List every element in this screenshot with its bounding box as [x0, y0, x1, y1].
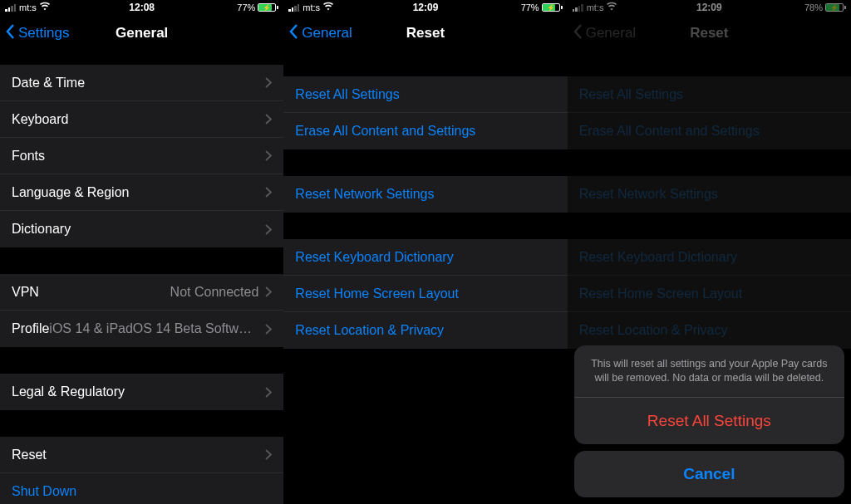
chevron-left-icon [288, 23, 300, 44]
signal-icon [5, 4, 16, 12]
row-dictionary[interactable]: Dictionary [0, 211, 283, 247]
row-keyboard[interactable]: Keyboard [0, 101, 283, 138]
row-date-time[interactable]: Date & Time [0, 65, 283, 101]
back-button[interactable]: Settings [5, 23, 69, 44]
action-sheet-message: This will reset all settings and your Ap… [574, 345, 844, 398]
screen-general: mt:s 12:08 77% ⚡ Settings General Date &… [0, 0, 283, 504]
row-reset-home-layout[interactable]: Reset Home Screen Layout [283, 276, 567, 312]
action-sheet-cancel-button[interactable]: Cancel [574, 451, 844, 497]
reset-list: Reset All Settings Erase All Content and… [283, 76, 567, 349]
battery-icon: ⚡ [258, 3, 278, 12]
chevron-right-icon [265, 150, 272, 161]
back-label: General [302, 25, 352, 42]
row-fonts[interactable]: Fonts [0, 138, 283, 174]
chevron-right-icon [265, 114, 272, 125]
carrier-label: mt:s [303, 2, 320, 12]
row-legal[interactable]: Legal & Regulatory [0, 374, 283, 410]
battery-icon: ⚡ [542, 3, 563, 12]
chevron-right-icon [265, 224, 272, 235]
wifi-icon [323, 2, 333, 13]
chevron-right-icon [265, 387, 272, 398]
row-reset-all-settings[interactable]: Reset All Settings [283, 76, 567, 113]
back-button[interactable]: General [288, 23, 352, 44]
profile-value: iOS 14 & iPadOS 14 Beta Softwar... [49, 321, 265, 336]
chevron-right-icon [265, 449, 272, 460]
battery-pct: 77% [237, 2, 255, 12]
action-sheet-group: This will reset all settings and your Ap… [574, 345, 844, 444]
row-shutdown[interactable]: Shut Down [0, 473, 283, 504]
clock: 12:08 [129, 2, 155, 13]
wifi-icon [40, 2, 50, 13]
carrier-label: mt:s [19, 2, 37, 12]
chevron-right-icon [265, 286, 272, 297]
clock: 12:09 [413, 2, 439, 13]
row-reset-location-privacy[interactable]: Reset Location & Privacy [283, 312, 567, 349]
signal-icon [288, 4, 299, 12]
row-erase-all[interactable]: Erase All Content and Settings [283, 113, 567, 149]
nav-title: Reset [406, 25, 445, 42]
vpn-status: Not Connected [39, 285, 265, 300]
row-vpn[interactable]: VPNNot Connected [0, 274, 283, 311]
back-label: Settings [18, 25, 69, 42]
row-language-region[interactable]: Language & Region [0, 174, 283, 211]
status-bar: mt:s 12:09 77% ⚡ [283, 0, 567, 15]
chevron-right-icon [265, 187, 272, 198]
row-profile[interactable]: ProfileiOS 14 & iPadOS 14 Beta Softwar..… [0, 311, 283, 347]
action-sheet: This will reset all settings and your Ap… [568, 0, 851, 504]
chevron-right-icon [265, 324, 272, 335]
chevron-left-icon [5, 23, 17, 44]
row-reset[interactable]: Reset [0, 437, 283, 473]
nav-bar: Settings General [0, 15, 283, 51]
screen-reset: mt:s 12:09 77% ⚡ General Reset Reset All… [283, 0, 567, 504]
row-reset-keyboard-dict[interactable]: Reset Keyboard Dictionary [283, 239, 567, 276]
row-reset-network[interactable]: Reset Network Settings [283, 176, 567, 213]
nav-bar: General Reset [283, 15, 567, 51]
screen-reset-confirm: mt:s 12:09 78% ⚡ General Reset Reset All… [568, 0, 851, 504]
nav-title: General [116, 25, 168, 42]
chevron-right-icon [265, 77, 272, 88]
action-sheet-reset-button[interactable]: Reset All Settings [574, 398, 844, 444]
battery-pct: 77% [521, 2, 539, 12]
settings-list: Date & Time Keyboard Fonts Language & Re… [0, 65, 283, 504]
status-bar: mt:s 12:08 77% ⚡ [0, 0, 283, 15]
